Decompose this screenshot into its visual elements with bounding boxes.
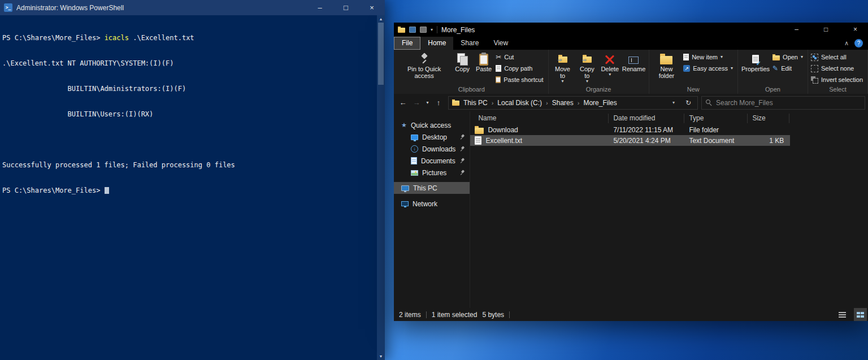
button-label: Paste shortcut <box>504 76 543 83</box>
column-header-type[interactable]: Type <box>684 114 748 123</box>
cut-button[interactable]: ✂ Cut <box>494 51 546 63</box>
rename-button[interactable]: Rename <box>620 51 646 72</box>
close-button[interactable]: × <box>359 0 385 15</box>
tab-home[interactable]: Home <box>420 37 453 50</box>
maximize-button[interactable]: □ <box>333 0 359 15</box>
pin-to-quick-access-button[interactable]: Pin to Quick access <box>397 51 452 79</box>
explorer-titlebar[interactable]: ▾ More_Files – □ × <box>394 23 868 37</box>
sidebar-item-quick-access[interactable]: ★ Quick access <box>394 119 470 131</box>
search-box[interactable] <box>701 96 865 110</box>
recent-locations-dropdown-icon[interactable]: ▾ <box>424 96 431 110</box>
maximize-button[interactable]: □ <box>813 23 839 37</box>
close-button[interactable]: × <box>843 23 868 37</box>
sidebar-item-documents[interactable]: Documents <box>394 155 470 167</box>
powershell-titlebar[interactable]: >_ Administrator: Windows PowerShell – □… <box>0 0 385 15</box>
back-button[interactable]: ← <box>397 96 409 110</box>
file-row-download[interactable]: Download 7/11/2022 11:15 AM File folder <box>470 124 790 135</box>
forward-button[interactable]: → <box>410 96 423 110</box>
breadcrumb-this-pc[interactable]: This PC <box>463 99 488 107</box>
select-all-button[interactable]: Select all <box>810 51 866 63</box>
move-to-dropdown-icon: ▾ <box>562 79 564 84</box>
edit-button[interactable]: ✎ Edit <box>771 63 806 74</box>
qat-new-folder-icon[interactable] <box>420 27 427 33</box>
breadcrumb-separator-icon[interactable]: › <box>546 99 548 106</box>
copy-to-button[interactable]: → Copy to ▾ <box>575 51 600 84</box>
delete-dropdown-icon: ▾ <box>609 72 611 77</box>
copy-button[interactable]: Copy <box>452 51 473 72</box>
scrollbar-track[interactable] <box>377 21 385 354</box>
delete-button[interactable]: Delete ▾ <box>599 51 620 77</box>
file-list: Name Date modified Type Size Download 7/… <box>470 111 868 308</box>
details-view-button[interactable] <box>836 308 849 321</box>
help-icon[interactable]: ? <box>854 39 863 47</box>
tab-share[interactable]: Share <box>453 37 486 50</box>
properties-check-icon: ✓ <box>756 60 761 67</box>
sidebar-item-network[interactable]: Network <box>394 198 470 210</box>
copy-path-button[interactable]: Copy path <box>494 63 546 74</box>
large-icons-view-icon <box>857 312 864 318</box>
sidebar-item-label: This PC <box>413 184 465 192</box>
scroll-up-icon[interactable]: ▲ <box>379 16 383 21</box>
file-row-excellent-txt[interactable]: Excellent.txt 5/20/2021 4:24 PM Text Doc… <box>470 135 790 146</box>
scrollbar-thumb[interactable] <box>378 23 384 85</box>
minimize-button[interactable]: – <box>307 0 333 15</box>
paste-button[interactable]: Paste <box>473 51 494 72</box>
open-button[interactable]: Open ▾ <box>771 51 806 63</box>
ribbon-group-new: New folder New item ▾ ↗ Easy access ▾ <box>649 50 738 94</box>
button-label: Copy path <box>504 65 532 72</box>
terminal-scrollbar[interactable]: ▲ ▼ <box>377 15 385 360</box>
terminal-body[interactable]: PS C:\Shares\More_Files> icacls .\Excell… <box>0 15 385 360</box>
pin-icon <box>459 146 465 152</box>
scroll-down-icon[interactable]: ▼ <box>379 354 383 359</box>
invert-selection-button[interactable]: Invert selection <box>810 74 866 85</box>
column-header-name[interactable]: Name <box>470 114 609 123</box>
column-header-size[interactable]: Size <box>748 114 789 123</box>
selection-size: 5 bytes <box>482 311 504 319</box>
sidebar-item-this-pc[interactable]: This PC <box>394 182 470 194</box>
easy-access-button[interactable]: ↗ Easy access ▾ <box>682 63 736 74</box>
new-folder-button[interactable]: New folder <box>651 51 683 79</box>
button-label: Cut <box>504 54 514 60</box>
move-to-button[interactable]: → Move to ▾ <box>550 51 575 84</box>
breadcrumb-local-disk[interactable]: Local Disk (C:) <box>497 99 542 107</box>
pictures-icon <box>411 170 418 176</box>
copy-to-dropdown-icon: ▾ <box>586 79 588 84</box>
powershell-window-title: Administrator: Windows PowerShell <box>16 4 307 12</box>
navigation-pane: ★ Quick access Desktop ↓ Downloads Docum… <box>394 111 470 308</box>
ribbon-group-select: Select all Select none Invert selection … <box>808 50 868 94</box>
tab-view[interactable]: View <box>486 37 515 50</box>
search-input[interactable] <box>716 99 861 107</box>
tab-file[interactable]: File <box>394 37 420 50</box>
network-icon <box>401 201 409 206</box>
ribbon-collapse-icon[interactable]: ∧ <box>839 37 854 50</box>
address-bar[interactable]: This PC › Local Disk (C:) › Shares › Mor… <box>448 96 698 110</box>
refresh-icon[interactable]: ↻ <box>683 99 694 107</box>
ribbon: Pin to Quick access Copy Paste ✂ Cut <box>394 50 868 94</box>
file-name: Download <box>488 126 518 134</box>
breadcrumb-separator-icon[interactable]: › <box>578 99 580 106</box>
sidebar-item-label: Desktop <box>422 133 455 141</box>
terminal-output-line: BUILTIN\Administrators:(I)(F) <box>2 85 377 93</box>
minimize-button[interactable]: – <box>784 23 809 37</box>
address-dropdown-icon[interactable]: ▾ <box>669 100 679 105</box>
button-label: New item <box>692 54 718 60</box>
breadcrumb-separator-icon[interactable]: › <box>492 99 494 106</box>
sidebar-item-label: Network <box>413 200 465 208</box>
breadcrumb-shares[interactable]: Shares <box>552 99 574 107</box>
breadcrumb-more-files[interactable]: More_Files <box>583 99 617 107</box>
qat-dropdown-icon[interactable]: ▾ <box>431 27 433 32</box>
new-item-button[interactable]: New item ▾ <box>682 51 736 63</box>
qat-properties-icon[interactable] <box>409 27 416 33</box>
command-args: .\Excellent.txt <box>129 34 194 42</box>
button-label: Open <box>783 54 798 60</box>
sidebar-item-label: Documents <box>421 157 455 165</box>
up-button[interactable]: ↑ <box>432 96 445 110</box>
paste-shortcut-button[interactable]: Paste shortcut <box>494 74 546 85</box>
sidebar-item-downloads[interactable]: ↓ Downloads <box>394 143 470 155</box>
sidebar-item-desktop[interactable]: Desktop <box>394 131 470 143</box>
properties-button[interactable]: ✓ Properties <box>740 51 771 72</box>
sidebar-item-pictures[interactable]: Pictures <box>394 167 470 179</box>
column-header-date-modified[interactable]: Date modified <box>609 114 684 123</box>
select-none-button[interactable]: Select none <box>810 63 866 74</box>
large-icons-view-button[interactable] <box>854 308 867 321</box>
